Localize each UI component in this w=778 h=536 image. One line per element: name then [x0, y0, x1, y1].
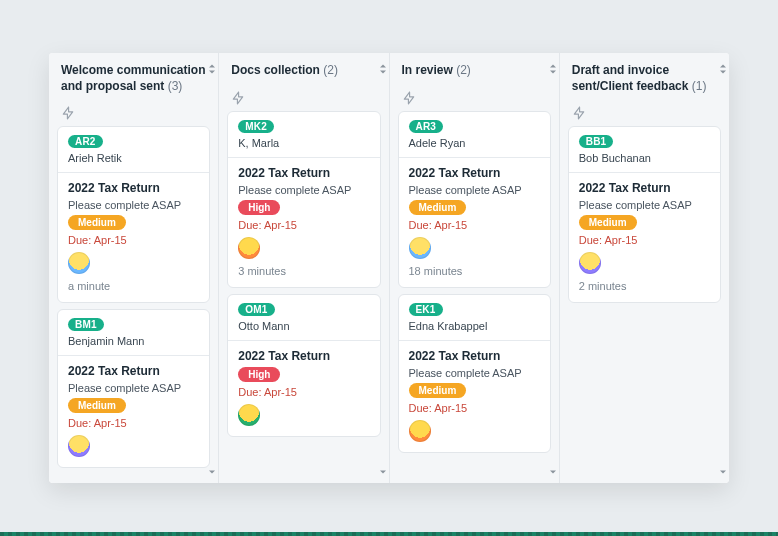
column-header[interactable]: Docs collection (2)	[219, 53, 388, 85]
task-card[interactable]: AR3Adele Ryan2022 Tax ReturnPlease compl…	[398, 111, 551, 288]
task-description: Please complete ASAP	[409, 184, 540, 196]
column-scroll-up-icon[interactable]	[719, 63, 727, 75]
column-title: Welcome communication and proposal sent …	[61, 63, 206, 94]
assignee-avatar[interactable]	[68, 252, 90, 274]
task-title: 2022 Tax Return	[238, 349, 369, 363]
footer-decorative-strip	[0, 532, 778, 536]
column-scroll-down-icon[interactable]	[379, 461, 387, 479]
column-count: (2)	[323, 63, 338, 77]
client-name: K, Marla	[238, 137, 369, 149]
column-count: (3)	[168, 79, 183, 93]
priority-badge: High	[238, 200, 280, 215]
kanban-column: Draft and invoice sent/Client feedback (…	[560, 53, 729, 483]
column-cards[interactable]: AR2Arieh Retik2022 Tax ReturnPlease comp…	[49, 122, 218, 483]
client-name: Otto Mann	[238, 320, 369, 332]
columns-container: Welcome communication and proposal sent …	[49, 53, 729, 483]
client-name: Arieh Retik	[68, 152, 199, 164]
column-title-text: Docs collection	[231, 63, 320, 77]
assignee-avatar[interactable]	[579, 252, 601, 274]
column-title-text: In review	[402, 63, 453, 77]
task-card[interactable]: BB1Bob Buchanan2022 Tax ReturnPlease com…	[568, 126, 721, 303]
column-header[interactable]: Draft and invoice sent/Client feedback (…	[560, 53, 729, 100]
priority-badge: Medium	[409, 383, 467, 398]
task-card[interactable]: AR2Arieh Retik2022 Tax ReturnPlease comp…	[57, 126, 210, 303]
task-description: Please complete ASAP	[68, 382, 199, 394]
column-title-text: Draft and invoice sent/Client feedback	[572, 63, 689, 93]
column-cards[interactable]: BB1Bob Buchanan2022 Tax ReturnPlease com…	[560, 122, 729, 483]
lightning-bolt-icon[interactable]	[402, 91, 418, 107]
client-id-badge: OM1	[238, 303, 274, 316]
column-scroll-down-icon[interactable]	[208, 461, 216, 479]
client-id-badge: AR2	[68, 135, 103, 148]
assignee-avatar[interactable]	[68, 435, 90, 457]
priority-badge: High	[238, 367, 280, 382]
priority-badge: Medium	[68, 215, 126, 230]
kanban-column: Welcome communication and proposal sent …	[49, 53, 219, 483]
column-header[interactable]: Welcome communication and proposal sent …	[49, 53, 218, 100]
divider	[58, 355, 209, 356]
kanban-board: Welcome communication and proposal sent …	[49, 53, 729, 483]
card-age-time: 18 minutes	[409, 265, 540, 277]
client-name: Bob Buchanan	[579, 152, 710, 164]
column-count: (2)	[456, 63, 471, 77]
divider	[228, 157, 379, 158]
divider	[399, 340, 550, 341]
assignee-avatar[interactable]	[238, 237, 260, 259]
client-name: Adele Ryan	[409, 137, 540, 149]
client-id-badge: BM1	[68, 318, 104, 331]
task-title: 2022 Tax Return	[579, 181, 710, 195]
task-description: Please complete ASAP	[68, 199, 199, 211]
task-title: 2022 Tax Return	[68, 181, 199, 195]
column-scroll-down-icon[interactable]	[719, 461, 727, 479]
client-id-badge: AR3	[409, 120, 444, 133]
task-card[interactable]: BM1Benjamin Mann2022 Tax ReturnPlease co…	[57, 309, 210, 468]
lightning-bolt-icon[interactable]	[61, 106, 77, 122]
priority-badge: Medium	[409, 200, 467, 215]
column-title: Docs collection (2)	[231, 63, 376, 79]
divider	[228, 340, 379, 341]
column-title: Draft and invoice sent/Client feedback (…	[572, 63, 717, 94]
priority-badge: Medium	[579, 215, 637, 230]
column-title: In review (2)	[402, 63, 547, 79]
lightning-bolt-icon[interactable]	[572, 106, 588, 122]
column-scroll-down-icon[interactable]	[549, 461, 557, 479]
task-card[interactable]: EK1Edna Krabappel2022 Tax ReturnPlease c…	[398, 294, 551, 453]
lightning-bolt-icon[interactable]	[231, 91, 247, 107]
due-date: Due: Apr-15	[579, 234, 710, 246]
task-title: 2022 Tax Return	[68, 364, 199, 378]
task-title: 2022 Tax Return	[238, 166, 369, 180]
client-id-badge: EK1	[409, 303, 443, 316]
due-date: Due: Apr-15	[409, 402, 540, 414]
column-scroll-up-icon[interactable]	[549, 63, 557, 75]
task-description: Please complete ASAP	[409, 367, 540, 379]
due-date: Due: Apr-15	[409, 219, 540, 231]
due-date: Due: Apr-15	[68, 234, 199, 246]
card-age-time: 3 minutes	[238, 265, 369, 277]
column-cards[interactable]: AR3Adele Ryan2022 Tax ReturnPlease compl…	[390, 107, 559, 483]
assignee-avatar[interactable]	[409, 237, 431, 259]
column-title-text: Welcome communication and proposal sent	[61, 63, 205, 93]
task-description: Please complete ASAP	[238, 184, 369, 196]
priority-badge: Medium	[68, 398, 126, 413]
divider	[399, 157, 550, 158]
client-name: Edna Krabappel	[409, 320, 540, 332]
column-scroll-up-icon[interactable]	[379, 63, 387, 75]
divider	[569, 172, 720, 173]
task-card[interactable]: MK2K, Marla2022 Tax ReturnPlease complet…	[227, 111, 380, 288]
due-date: Due: Apr-15	[238, 386, 369, 398]
task-description: Please complete ASAP	[579, 199, 710, 211]
card-age-time: a minute	[68, 280, 199, 292]
column-cards[interactable]: MK2K, Marla2022 Tax ReturnPlease complet…	[219, 107, 388, 483]
column-header[interactable]: In review (2)	[390, 53, 559, 85]
client-id-badge: BB1	[579, 135, 614, 148]
task-card[interactable]: OM1Otto Mann2022 Tax ReturnHighDue: Apr-…	[227, 294, 380, 437]
client-name: Benjamin Mann	[68, 335, 199, 347]
card-age-time: 2 minutes	[579, 280, 710, 292]
client-id-badge: MK2	[238, 120, 274, 133]
divider	[58, 172, 209, 173]
task-title: 2022 Tax Return	[409, 349, 540, 363]
assignee-avatar[interactable]	[238, 404, 260, 426]
column-scroll-up-icon[interactable]	[208, 63, 216, 75]
assignee-avatar[interactable]	[409, 420, 431, 442]
kanban-column: In review (2)AR3Adele Ryan2022 Tax Retur…	[390, 53, 560, 483]
